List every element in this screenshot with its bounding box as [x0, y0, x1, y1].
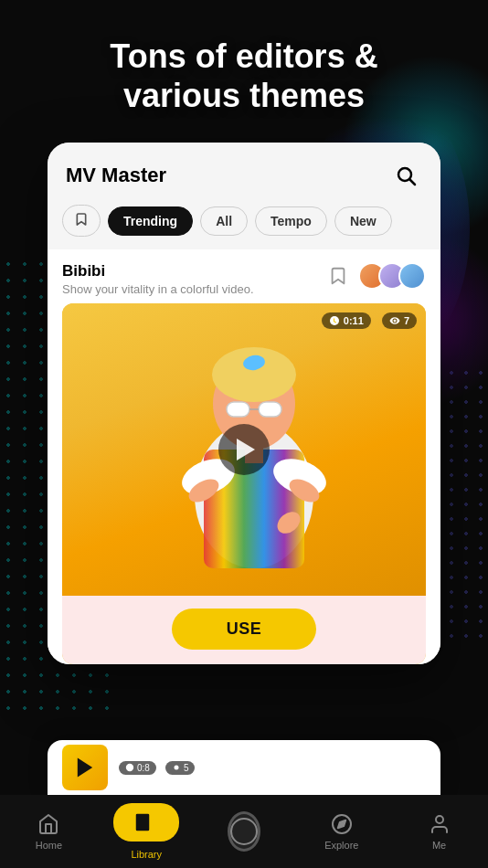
explore-icon	[330, 812, 354, 836]
tab-trending[interactable]: Trending	[108, 206, 193, 236]
app-name: MV Master	[66, 164, 166, 187]
nav-record[interactable]	[196, 820, 293, 843]
svg-point-18	[126, 764, 133, 771]
peeking-card[interactable]: 0:8 5	[48, 740, 440, 795]
tab-new[interactable]: New	[334, 206, 392, 236]
nav-explore[interactable]: Explore	[292, 812, 390, 851]
use-button[interactable]: USE	[172, 609, 317, 650]
svg-line-1	[410, 180, 416, 185]
bookmark-button[interactable]	[325, 263, 351, 289]
svg-point-24	[436, 816, 443, 823]
item-info: Bibibi Show your vitality in a colorful …	[62, 262, 325, 296]
bottom-nav: Home Library Explore	[0, 795, 488, 868]
search-button[interactable]	[389, 159, 422, 192]
tab-all[interactable]: All	[200, 206, 248, 236]
avatar-3	[398, 262, 426, 290]
play-button[interactable]	[218, 424, 270, 475]
item-title: Bibibi	[62, 262, 325, 281]
video-container[interactable]: 0:11 7	[62, 303, 426, 664]
svg-marker-17	[78, 758, 92, 778]
nav-me-label: Me	[432, 840, 446, 851]
video-top-bar: 0:11 7	[71, 312, 417, 329]
peeking-badges: 0:8 5	[119, 761, 195, 775]
item-header: Bibibi Show your vitality in a colorful …	[48, 249, 440, 303]
avatar-group	[358, 262, 426, 290]
search-bar: MV Master	[48, 143, 440, 205]
use-button-container: USE	[62, 596, 426, 664]
content-area: Bibibi Show your vitality in a colorful …	[48, 249, 440, 664]
nav-library[interactable]: Library	[98, 803, 196, 860]
svg-rect-11	[227, 402, 249, 417]
app-card: MV Master Trending All Tempo New	[48, 143, 440, 664]
nav-home[interactable]: Home	[0, 812, 98, 851]
filter-tabs: Trending All Tempo New	[48, 205, 440, 249]
tab-bookmark[interactable]	[62, 205, 101, 237]
peeking-views-badge: 5	[165, 761, 196, 775]
svg-rect-12	[259, 402, 281, 417]
svg-point-19	[174, 766, 178, 770]
item-subtitle: Show your vitality in a colorful video.	[62, 282, 325, 296]
record-icon	[232, 820, 256, 843]
peeking-duration-badge: 0:8	[119, 761, 156, 775]
svg-rect-20	[135, 813, 150, 831]
item-actions	[325, 262, 426, 290]
nav-library-label: Library	[131, 849, 162, 860]
me-icon	[428, 812, 451, 836]
duration-badge: 0:11	[322, 312, 371, 329]
peeking-thumbnail	[62, 745, 108, 790]
home-icon	[37, 812, 60, 836]
video-thumbnail: 0:11 7	[62, 303, 426, 596]
nav-home-label: Home	[36, 840, 62, 851]
nav-me[interactable]: Me	[390, 812, 488, 851]
svg-marker-23	[338, 820, 345, 828]
tab-tempo[interactable]: Tempo	[255, 206, 327, 236]
nav-explore-label: Explore	[324, 840, 358, 851]
hero-title: Tons of editors &various themes	[82, 0, 405, 143]
svg-marker-21	[151, 817, 157, 828]
library-button[interactable]	[113, 803, 179, 842]
views-badge: 7	[382, 312, 417, 329]
play-triangle-icon	[237, 439, 255, 460]
